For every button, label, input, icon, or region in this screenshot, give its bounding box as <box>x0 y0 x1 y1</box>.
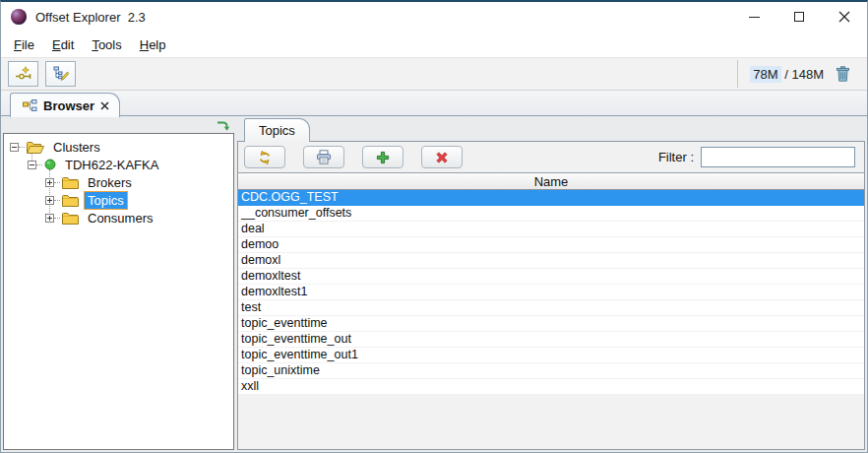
main-toolbar: 78M / 148M <box>1 57 867 91</box>
print-button[interactable] <box>303 146 344 168</box>
expander-minus-icon[interactable] <box>10 143 19 152</box>
topics-panel-body: Filter : Name CDC.OGG_TEST __consumer_of… <box>237 141 865 450</box>
edit-connection-button[interactable] <box>45 61 76 87</box>
tree-item-clusters[interactable]: Clusters <box>4 138 233 156</box>
close-button[interactable] <box>822 2 867 32</box>
tree-item-label-selected: Topics <box>84 191 128 210</box>
tree-panel-toolbar <box>3 116 234 133</box>
green-status-dot-icon <box>44 159 56 170</box>
trash-icon <box>836 66 850 82</box>
maximize-button[interactable] <box>776 2 822 32</box>
menu-bar: File Edit Tools Help <box>1 32 867 57</box>
table-row[interactable]: __consumer_offsets <box>238 206 864 222</box>
menu-edit[interactable]: Edit <box>43 34 83 55</box>
edit-icon <box>53 66 69 82</box>
folder-open-icon <box>27 141 44 154</box>
refresh-button[interactable] <box>244 146 285 168</box>
title-bar: Offset Explorer 2.3 <box>1 2 867 32</box>
expander-minus-icon[interactable] <box>28 161 36 169</box>
table-row[interactable]: test <box>238 300 864 316</box>
table-row[interactable]: topic_eventtime_out <box>238 332 864 348</box>
tab-browser[interactable]: Browser <box>10 93 120 117</box>
topics-panel: Topics <box>237 116 865 450</box>
app-icon <box>11 9 27 25</box>
filter-input[interactable] <box>701 147 855 167</box>
folder-icon <box>62 194 79 207</box>
folder-icon <box>62 176 79 189</box>
folder-icon <box>62 212 79 225</box>
close-icon <box>838 11 850 23</box>
table-row[interactable]: xxll <box>238 379 864 395</box>
expander-plus-icon[interactable] <box>45 214 54 223</box>
menu-file[interactable]: File <box>5 34 43 55</box>
browser-tree-icon <box>23 99 37 112</box>
collapse-arrow-icon <box>216 118 230 132</box>
view-tab-row: Browser <box>1 91 867 116</box>
tree-item-brokers[interactable]: Brokers <box>4 173 233 191</box>
tree-item-label: Consumers <box>84 209 156 227</box>
window-controls <box>731 2 867 32</box>
app-window: Offset Explorer 2.3 File Edit Tools Help <box>0 0 868 453</box>
expander-plus-icon[interactable] <box>45 196 54 205</box>
topics-toolbar: Filter : <box>238 142 864 172</box>
main-content: Clusters TDH622-KAFKA <box>1 115 867 452</box>
table-row-selected[interactable]: CDC.OGG_TEST <box>238 190 864 206</box>
memory-used: 78M <box>750 66 780 83</box>
tab-close-icon[interactable] <box>100 101 109 110</box>
add-connection-icon <box>15 66 32 82</box>
menu-tools[interactable]: Tools <box>83 34 130 55</box>
table-row[interactable]: topic_unixtime <box>238 363 864 379</box>
tree-item-cluster-tdh622-kafka[interactable]: TDH622-KAFKA <box>4 156 233 173</box>
tree-item-label: Clusters <box>49 138 104 157</box>
minimize-button[interactable] <box>731 2 776 32</box>
tree-item-label: Brokers <box>84 173 136 192</box>
run-garbage-collect-button[interactable] <box>836 66 850 82</box>
memory-separator: / <box>781 67 792 82</box>
memory-total: 148M <box>791 67 824 82</box>
tab-topics-label: Topics <box>259 123 295 138</box>
table-row[interactable]: demoxltest1 <box>238 285 864 300</box>
minimize-icon <box>749 17 760 18</box>
delete-topic-button[interactable] <box>421 146 463 168</box>
refresh-icon <box>257 150 273 165</box>
expander-plus-icon[interactable] <box>45 178 54 187</box>
menu-help[interactable]: Help <box>131 34 175 55</box>
add-connection-button[interactable] <box>8 61 38 87</box>
topics-table: Name CDC.OGG_TEST __consumer_offsets dea… <box>238 172 864 449</box>
table-row[interactable]: demoo <box>238 237 864 253</box>
maximize-icon <box>794 12 804 22</box>
add-topic-button[interactable] <box>362 146 403 168</box>
collapse-tree-button[interactable] <box>216 118 230 132</box>
tab-browser-label: Browser <box>43 98 94 113</box>
table-row[interactable]: topic_eventtime <box>238 316 864 332</box>
tree-item-topics[interactable]: Topics <box>4 191 233 209</box>
plus-icon <box>376 151 390 164</box>
table-row[interactable]: topic_eventtime_out1 <box>238 348 864 363</box>
table-row[interactable]: demoxl <box>238 253 864 269</box>
memory-indicator: 78M / 148M <box>750 66 824 83</box>
window-title: Offset Explorer 2.3 <box>35 10 146 25</box>
table-row[interactable]: deal <box>238 222 864 237</box>
table-row[interactable]: demoxltest <box>238 269 864 285</box>
tree-item-consumers[interactable]: Consumers <box>4 209 233 226</box>
delete-x-icon <box>435 151 449 164</box>
cluster-tree: Clusters TDH622-KAFKA <box>3 133 234 450</box>
tab-topics[interactable]: Topics <box>244 118 310 142</box>
tree-item-label: TDH622-KAFKA <box>61 156 162 174</box>
toolbar-separator <box>737 60 738 88</box>
print-icon <box>316 150 332 164</box>
filter-label: Filter : <box>658 150 694 164</box>
table-header-name[interactable]: Name <box>238 173 864 190</box>
